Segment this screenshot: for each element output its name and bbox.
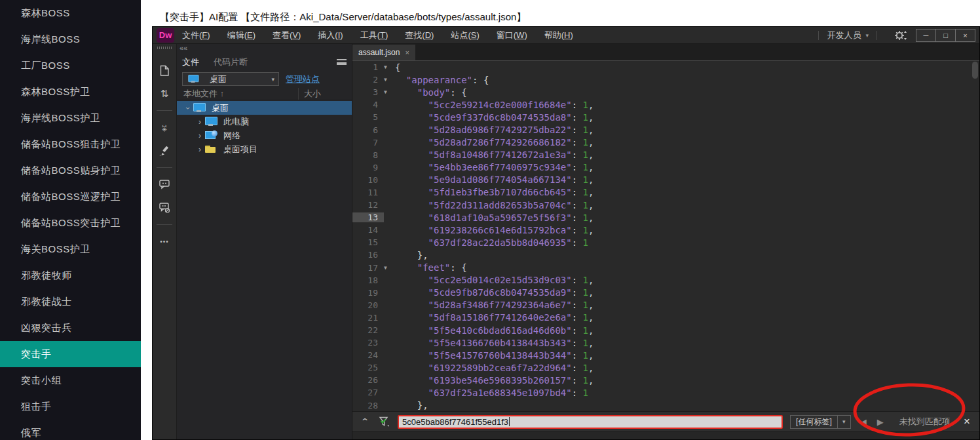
maximize-button[interactable]: □	[935, 29, 956, 42]
workspace-switcher[interactable]: 开发人员 ▾	[827, 30, 869, 41]
fold-triangle-icon[interactable]: ▼	[384, 89, 395, 95]
menubar-item[interactable]: 编辑(E)	[227, 30, 255, 41]
menubar-item[interactable]: 文件(F)	[182, 30, 210, 41]
tree-expand-icon[interactable]: ›	[195, 131, 204, 140]
sidebar-item[interactable]: 邪教徒牧师	[0, 262, 141, 289]
code-line[interactable]: 16 },	[352, 249, 979, 261]
search-input[interactable]: 5c0e5bab86f77461f55ed1f3	[398, 415, 783, 429]
sidebar-item[interactable]: 储备站BOSS贴身护卫	[0, 157, 141, 184]
sidebar-item[interactable]: 储备站BOSS狙击护卫	[0, 131, 141, 157]
code-line[interactable]: 20 "5d28af3486f774292364a6e7": 1,	[352, 299, 979, 311]
remove-comment-icon[interactable]	[156, 199, 173, 216]
editor-scrollbar[interactable]	[971, 61, 978, 411]
more-options-icon[interactable]: •••	[156, 233, 173, 250]
menubar-item[interactable]: 站点(S)	[451, 30, 479, 41]
sidebar-item[interactable]: 海关BOSS护卫	[0, 236, 141, 262]
menubar-item[interactable]: 查找(D)	[405, 30, 434, 41]
sidebar-item[interactable]: 俄军	[0, 420, 141, 440]
code-line[interactable]: 9 "5e4bb3ee86f77406975c934e": 1,	[352, 161, 979, 174]
code-line[interactable]: 18 "5cc2e5d014c02e15d53d9c03": 1,	[352, 274, 979, 287]
close-findbar-icon[interactable]: ×	[964, 415, 970, 428]
code-line[interactable]: 12 "5fd22d311add82653b5a704c": 1,	[352, 199, 979, 211]
minimize-button[interactable]: ─	[916, 29, 936, 42]
fold-triangle-icon[interactable]: ▼	[384, 64, 395, 70]
menubar-item[interactable]: 查看(V)	[273, 30, 301, 41]
code-line[interactable]: 26 "6193be546e5968395b260157": 1,	[352, 374, 979, 386]
code-line[interactable]: 10 "5e9da1d086f774054a667134": 1,	[352, 174, 979, 186]
tree-expand-icon[interactable]: ›	[195, 117, 204, 127]
tree-row[interactable]: ›桌面	[177, 101, 352, 115]
settings-sync-icon[interactable]	[894, 30, 907, 41]
find-next-icon[interactable]: ▶	[877, 417, 884, 427]
format-source-icon[interactable]	[156, 142, 173, 159]
sidebar-item[interactable]: 森林BOSS护卫	[0, 79, 141, 105]
sidebar-item[interactable]: 突击手	[0, 341, 141, 367]
code-line[interactable]: 21 "5df8a15186f77412640e2e6a": 1,	[352, 311, 979, 324]
tree-row[interactable]: ›此电脑	[177, 115, 352, 129]
collapse-findbar-icon[interactable]: ⌃	[360, 417, 369, 426]
tab-snippets[interactable]: 代码片断	[214, 56, 248, 68]
tree-collapse-icon[interactable]: ›	[183, 104, 193, 113]
collapse-panel-icon[interactable]: ««	[177, 44, 352, 54]
tree-row[interactable]: ›网络	[177, 129, 352, 142]
site-select[interactable]: 桌面 ▾	[182, 72, 279, 86]
close-tab-icon[interactable]: ×	[405, 49, 409, 56]
code-line[interactable]: 23 "5f5e41366760b4138443b343": 1,	[352, 336, 979, 349]
code-line[interactable]: 4 "5cc2e59214c02e000f16684e": 1,	[352, 98, 979, 111]
code-line[interactable]: 13 "618d1af10a5a59657e5f56f3": 1,	[352, 211, 979, 224]
menubar-item[interactable]: 窗口(W)	[497, 30, 527, 41]
menubar-item[interactable]: 插入(I)	[318, 30, 343, 41]
open-documents-icon[interactable]	[156, 62, 173, 79]
code-line[interactable]: 22 "5f5e410c6bdad616ad46d60b": 1,	[352, 324, 979, 336]
tree-row[interactable]: ›桌面项目	[177, 142, 352, 156]
code-line[interactable]: 6 "5d28ad6986f77429275dba22": 1,	[352, 123, 979, 136]
search-filter-icon[interactable]	[379, 416, 390, 427]
tree-expand-icon[interactable]: ›	[195, 145, 204, 154]
sidebar-item[interactable]: 凶狠突击兵	[0, 315, 141, 341]
word-wrap-icon[interactable]: ↔✳	[156, 119, 173, 136]
apply-comment-icon[interactable]	[156, 176, 173, 193]
code-line[interactable]: 25 "61922589bb2cea6f7a22d964": 1,	[352, 361, 979, 374]
code-line[interactable]: 1▼{	[352, 61, 979, 73]
code-view[interactable]: 1▼{2▼ "appearance": {3▼ "body": {4 "5cc2…	[352, 61, 979, 411]
fold-triangle-icon[interactable]: ▼	[384, 77, 395, 83]
code-line[interactable]: 7 "5d28ad7286f7742926686182": 1,	[352, 136, 979, 149]
menubar-item[interactable]: 工具(T)	[360, 30, 388, 41]
code-line[interactable]: 28 },	[352, 399, 979, 411]
code-line[interactable]: 3▼ "body": {	[352, 86, 979, 98]
code-line[interactable]: 5 "5cde9f337d6c8b0474535da8": 1,	[352, 111, 979, 123]
code-line[interactable]: 19 "5cde9fb87d6c8b0474535da9": 1,	[352, 287, 979, 299]
sidebar-item[interactable]: 森林BOSS	[0, 0, 141, 26]
sidebar-item[interactable]: 狙击手	[0, 393, 141, 420]
code-line[interactable]: 15 "637df28ac22da5bb8d046935": 1	[352, 236, 979, 249]
code-line[interactable]: 11 "5fd1eb3fbe3b7107d66cb645": 1,	[352, 186, 979, 199]
scrollbar-thumb[interactable]	[972, 62, 978, 79]
column-local-files[interactable]: 本地文件 ↑	[183, 88, 224, 100]
file-sync-icon[interactable]: ⇅	[156, 85, 173, 102]
code-text: "5cde9fb87d6c8b0474535da9": 1,	[395, 287, 594, 298]
sidebar-item[interactable]: 工厂BOSS	[0, 52, 141, 79]
sidebar-item[interactable]: 海岸线BOSS	[0, 26, 141, 52]
sidebar-item[interactable]: 突击小组	[0, 367, 141, 393]
sidebar-item[interactable]: 邪教徒战士	[0, 289, 141, 315]
code-line[interactable]: 24 "5f5e41576760b4138443b344": 1,	[352, 349, 979, 361]
tag-filter-select[interactable]: [任何标签] ▾	[790, 415, 851, 429]
code-line[interactable]: 17▼ "feet": {	[352, 262, 979, 274]
manage-sites-link[interactable]: 管理站点	[286, 73, 320, 85]
document-tab[interactable]: assault.json ×	[352, 45, 415, 60]
sidebar-item[interactable]: 海岸线BOSS护卫	[0, 105, 141, 131]
column-size[interactable]: 大小	[298, 88, 345, 100]
menubar-item[interactable]: 帮助(H)	[544, 30, 573, 41]
sidebar-item[interactable]: 储备站BOSS突击护卫	[0, 210, 141, 236]
sidebar-item[interactable]: 储备站BOSS巡逻护卫	[0, 184, 141, 210]
code-line[interactable]: 8 "5df8a10486f77412672a1e3a": 1,	[352, 149, 979, 161]
code-line[interactable]: 2▼ "appearance": {	[352, 73, 979, 86]
close-button[interactable]: ×	[955, 29, 975, 42]
code-line[interactable]: 14 "619238266c614e6d15792bca": 1,	[352, 224, 979, 236]
tab-files[interactable]: 文件	[182, 56, 199, 68]
toolbar-grip-handle[interactable]	[157, 47, 172, 49]
code-line[interactable]: 27 "637df25a1e688345e1097bd4": 1	[352, 386, 979, 399]
find-previous-icon[interactable]: ◀	[860, 417, 867, 427]
panel-menu-icon[interactable]	[337, 59, 347, 65]
fold-triangle-icon[interactable]: ▼	[384, 265, 395, 271]
